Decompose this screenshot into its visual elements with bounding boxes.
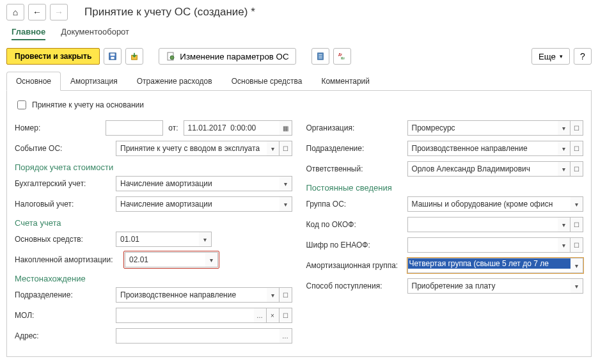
svg-text:Дт: Дт	[338, 52, 342, 56]
svg-point-5	[170, 56, 174, 59]
dropdown-icon[interactable]: ▾	[558, 237, 570, 253]
event-label: Событие ОС:	[15, 144, 111, 153]
open-icon[interactable]: ☐	[570, 237, 583, 253]
org-field[interactable]	[407, 120, 558, 136]
acc-field[interactable]	[116, 176, 279, 191]
open-icon[interactable]: ☐	[570, 161, 583, 177]
address-field[interactable]	[116, 328, 279, 344]
post-and-close-button[interactable]: Провести и закрыть	[6, 48, 100, 65]
dropdown-icon[interactable]: ▾	[279, 196, 292, 212]
mol-label: МОЛ:	[15, 311, 111, 320]
open-icon[interactable]: ☐	[279, 287, 292, 303]
home-icon: ⌂	[13, 7, 18, 17]
open-icon[interactable]: ☐	[570, 141, 583, 156]
depr-acc-field[interactable]	[125, 252, 205, 267]
dropdown-icon[interactable]: ▾	[267, 287, 279, 303]
save-button[interactable]	[104, 48, 122, 65]
asset-acc-field[interactable]	[116, 232, 199, 247]
const-section-title: Постоянные сведения	[306, 183, 584, 193]
group-field[interactable]	[407, 196, 571, 212]
home-button[interactable]: ⌂	[6, 4, 24, 20]
report-icon	[316, 51, 325, 61]
post-button[interactable]	[125, 48, 143, 65]
dropdown-icon[interactable]: ▾	[558, 161, 570, 177]
tax-field[interactable]	[116, 196, 279, 212]
back-button[interactable]: ←	[28, 4, 46, 20]
okof-label: Код по ОКОФ:	[306, 220, 402, 229]
open-icon[interactable]: ☐	[570, 120, 583, 136]
date-field[interactable]	[184, 120, 279, 136]
calendar-icon[interactable]: ▦	[279, 120, 292, 136]
arrow-right-icon: →	[54, 7, 63, 17]
dropdown-icon[interactable]: ▾	[558, 217, 570, 232]
okof-field[interactable]	[407, 217, 558, 232]
group-label: Группа ОС:	[306, 200, 402, 209]
event-field[interactable]	[116, 141, 267, 156]
clear-icon[interactable]: ×	[267, 308, 279, 323]
asset-acc-label: Основных средств:	[15, 235, 111, 244]
mol-field[interactable]	[116, 308, 254, 323]
dt-kt-icon: ДтКт	[338, 51, 347, 61]
save-icon	[108, 51, 117, 61]
location-section-title: Местонахождение	[15, 274, 292, 283]
arrow-left-icon: ←	[33, 7, 42, 17]
dropdown-icon: ▾	[560, 53, 563, 59]
dept2-label: Подразделение:	[306, 144, 402, 153]
nav-tab-docflow[interactable]: Документооборот	[61, 27, 129, 40]
method-field[interactable]	[407, 278, 571, 294]
dropdown-icon[interactable]: ▾	[570, 278, 583, 294]
report-button[interactable]	[311, 48, 329, 65]
dropdown-icon[interactable]: ▾	[205, 252, 218, 267]
help-button[interactable]: ?	[574, 48, 592, 65]
resp-label: Ответственный:	[306, 164, 402, 173]
dept-label: Подразделение:	[15, 290, 111, 299]
number-field[interactable]	[106, 120, 163, 136]
on-basis-checkbox[interactable]	[17, 100, 26, 109]
forward-button[interactable]: →	[50, 4, 68, 20]
cost-section-title: Порядок учета стоимости	[15, 162, 292, 172]
dropdown-icon[interactable]: ▾	[558, 120, 570, 136]
amgroup-label: Амортизационная группа:	[306, 261, 402, 270]
open-icon[interactable]: ☐	[570, 217, 583, 232]
from-label: от:	[168, 123, 178, 132]
number-label: Номер:	[15, 123, 100, 132]
change-params-button[interactable]: Изменение параметров ОС	[159, 48, 295, 65]
tab-amortization[interactable]: Амортизация	[61, 72, 127, 91]
tab-expenses[interactable]: Отражение расходов	[127, 72, 222, 91]
dept2-field[interactable]	[407, 141, 558, 156]
tax-label: Налоговый учет:	[15, 200, 111, 209]
address-label: Адрес:	[15, 331, 111, 340]
on-basis-label: Принятие к учету на основании	[32, 100, 144, 109]
svg-rect-1	[111, 54, 115, 56]
amgroup-field[interactable]: Четвертая группа (свыше 5 лет до 7 ле	[407, 258, 571, 273]
dropdown-icon[interactable]: ▾	[199, 232, 212, 247]
more-button[interactable]: Еще ▾	[531, 48, 570, 65]
accounts-section-title: Счета учета	[15, 218, 292, 228]
nav-tab-main[interactable]: Главное	[12, 27, 45, 40]
dropdown-icon[interactable]: ▾	[570, 196, 583, 212]
tab-comment[interactable]: Комментарий	[311, 72, 379, 91]
dt-kt-button[interactable]: ДтКт	[333, 48, 351, 65]
enaof-field[interactable]	[407, 237, 558, 253]
tab-assets[interactable]: Основные средства	[222, 72, 312, 91]
dropdown-icon[interactable]: ▾	[558, 141, 570, 156]
resp-field[interactable]	[407, 161, 558, 177]
settings-doc-icon	[166, 51, 176, 61]
org-label: Организация:	[306, 123, 402, 132]
enaof-label: Шифр по ЕНАОФ:	[306, 241, 402, 249]
tab-main[interactable]: Основное	[6, 72, 61, 91]
open-icon[interactable]: ☐	[279, 141, 292, 156]
depr-acc-label: Накопленной амортизации:	[15, 255, 118, 264]
open-icon[interactable]: ☐	[279, 308, 292, 323]
dept-field[interactable]	[116, 287, 267, 303]
svg-rect-2	[111, 57, 114, 59]
dropdown-icon[interactable]: ▾	[267, 141, 279, 156]
acc-label: Бухгалтерский учет:	[15, 179, 111, 188]
dropdown-icon[interactable]: ▾	[279, 176, 292, 191]
ellipsis-icon[interactable]: …	[279, 328, 292, 344]
page-title: Принятие к учету ОС (создание) *	[84, 6, 255, 19]
ellipsis-icon[interactable]: …	[254, 308, 267, 323]
dropdown-icon[interactable]: ▾	[570, 258, 583, 273]
post-icon	[130, 51, 139, 61]
method-label: Способ поступления:	[306, 281, 402, 290]
